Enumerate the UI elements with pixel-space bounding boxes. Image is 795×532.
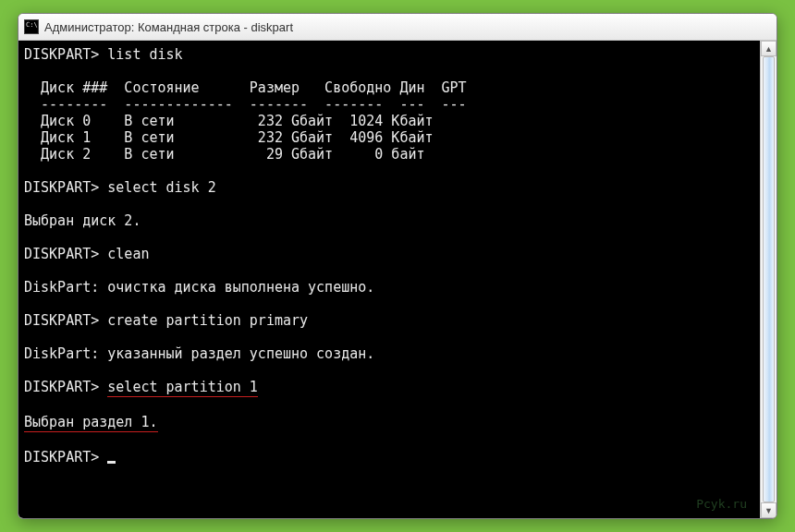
command-text: select partition 1 [107,379,258,397]
command-text: list disk [107,46,182,63]
terminal-line: Диск ### Состояние Размер Свободно Дин G… [24,79,756,96]
cursor [107,461,116,464]
terminal-line: Выбран раздел 1. [24,414,756,432]
terminal-line: Диск 1 В сети 232 Gбайт 4096 Кбайт [24,129,756,146]
prompt-text: DISKPART> [24,379,107,395]
output-text: DiskPart: очистка диска выполнена успешн… [24,279,374,296]
table-text: Диск 2 В сети 29 Gбайт 0 байт [24,146,424,163]
terminal-line: Выбран диск 2. [24,212,756,229]
table-text: -------- ------------- ------- ------- -… [24,96,467,113]
terminal-line [24,432,756,449]
vertical-scrollbar[interactable]: ▲ ▼ [760,41,777,518]
terminal-line: Диск 0 В сети 232 Gбайт 1024 Кбайт [24,113,756,129]
titlebar[interactable]: Администратор: Командная строка - diskpa… [18,14,777,41]
client-area: DISKPART> list disk Диск ### Состояние Р… [18,41,777,518]
cmd-icon [24,19,39,34]
table-text: Диск 0 В сети 232 Gбайт 1024 Кбайт [24,113,434,129]
terminal-line: Диск 2 В сети 29 Gбайт 0 байт [24,146,756,163]
terminal-line: DiskPart: очистка диска выполнена успешн… [24,279,756,296]
terminal-line [24,296,756,312]
prompt-text: DISKPART> [24,246,107,262]
terminal-line: DISKPART> create partition primary [24,312,756,329]
prompt-text: DISKPART> [24,449,107,466]
terminal-line [24,163,756,179]
terminal-line: DISKPART> list disk [24,46,756,63]
terminal-line [24,229,756,246]
prompt-text: DISKPART> [24,179,107,196]
terminal-line: DISKPART> [24,449,756,466]
terminal-line: -------- ------------- ------- ------- -… [24,96,756,113]
prompt-text: DISKPART> [24,46,107,63]
output-text: DiskPart: указанный раздел успешно созда… [24,345,374,362]
terminal-line: DISKPART> select partition 1 [24,379,756,397]
terminal-line [24,362,756,379]
output-text: Выбран диск 2. [24,212,141,229]
terminal-line [24,397,756,414]
terminal-line [24,196,756,212]
terminal-line [24,63,756,79]
command-text: select disk 2 [107,179,215,196]
output-text: Выбран раздел 1. [24,414,158,432]
terminal-line: DiskPart: указанный раздел успешно созда… [24,345,756,362]
command-text: create partition primary [107,312,308,329]
cmd-window: Администратор: Командная строка - diskpa… [18,13,777,519]
command-text: clean [107,246,149,262]
scroll-down-button[interactable]: ▼ [761,502,777,518]
terminal-line: DISKPART> clean [24,246,756,262]
terminal-line [24,262,756,279]
table-text: Диск ### Состояние Размер Свободно Дин G… [24,79,467,96]
prompt-text: DISKPART> [24,312,107,329]
window-title: Администратор: Командная строка - diskpa… [44,20,293,34]
terminal-line [24,329,756,345]
scroll-up-button[interactable]: ▲ [761,41,777,56]
scroll-track[interactable] [761,56,777,502]
table-text: Диск 1 В сети 232 Gбайт 4096 Кбайт [24,129,434,146]
terminal-output[interactable]: DISKPART> list disk Диск ### Состояние Р… [18,41,760,518]
scroll-thumb[interactable] [763,56,775,502]
terminal-line: DISKPART> select disk 2 [24,179,756,196]
